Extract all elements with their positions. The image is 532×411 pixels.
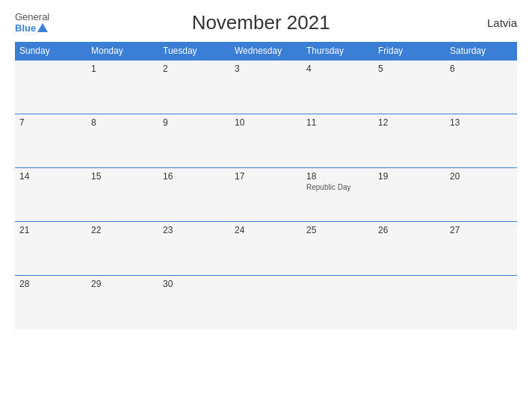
country-label: Latvia	[472, 16, 517, 29]
calendar-cell: 15	[87, 168, 158, 222]
day-number: 5	[378, 64, 441, 74]
day-number: 19	[378, 171, 441, 182]
calendar-cell: 27	[445, 222, 517, 276]
day-number: 4	[306, 64, 369, 74]
day-number: 26	[378, 225, 441, 235]
day-number: 7	[19, 117, 82, 128]
day-number: 21	[19, 225, 82, 235]
day-number: 11	[306, 117, 369, 128]
calendar-cell: 5	[374, 61, 445, 114]
calendar-cell: 13	[445, 114, 517, 168]
weekday-monday: Monday	[87, 42, 158, 61]
calendar-cell: 19	[374, 168, 445, 222]
day-number: 29	[91, 279, 154, 289]
calendar-cell: 10	[230, 114, 302, 168]
holiday-name: Republic Day	[306, 183, 369, 191]
day-number: 15	[91, 171, 154, 182]
day-number: 2	[163, 64, 226, 74]
calendar-table: Sunday Monday Tuesday Wednesday Thursday…	[15, 42, 517, 330]
calendar-cell: 20	[445, 168, 517, 222]
day-number: 22	[91, 225, 154, 235]
weekday-thursday: Thursday	[302, 42, 374, 61]
calendar-week-2: 78910111213	[15, 114, 517, 168]
weekday-friday: Friday	[374, 42, 445, 61]
day-number: 3	[235, 64, 297, 74]
logo-blue-text: Blue	[15, 22, 48, 34]
calendar-header-row: Sunday Monday Tuesday Wednesday Thursday…	[15, 42, 517, 61]
day-number: 17	[235, 171, 297, 182]
calendar-cell: 26	[374, 222, 445, 276]
calendar-cell: 16	[158, 168, 230, 222]
calendar-cell: 3	[230, 61, 302, 114]
day-number: 1	[91, 64, 154, 74]
calendar-cell: 6	[445, 61, 517, 114]
calendar-body: 123456789101112131415161718Republic Day1…	[15, 61, 517, 330]
calendar-container: General Blue November 2021 Latvia Sunday…	[0, 0, 532, 411]
day-number: 18	[306, 171, 369, 182]
logo-general-text: General	[15, 12, 49, 22]
calendar-cell: 18Republic Day	[302, 168, 374, 222]
day-number: 20	[450, 171, 513, 182]
day-number: 13	[450, 117, 513, 128]
calendar-cell: 7	[15, 114, 87, 168]
calendar-cell	[302, 276, 374, 330]
calendar-week-3: 1415161718Republic Day1920	[15, 168, 517, 222]
calendar-cell	[445, 276, 517, 330]
calendar-cell: 30	[158, 276, 230, 330]
calendar-header: General Blue November 2021 Latvia	[15, 11, 517, 34]
calendar-cell: 22	[87, 222, 158, 276]
calendar-cell: 24	[230, 222, 302, 276]
day-number: 23	[163, 225, 226, 235]
day-number: 6	[450, 64, 513, 74]
weekday-wednesday: Wednesday	[230, 42, 302, 61]
calendar-cell: 28	[15, 276, 87, 330]
weekday-sunday: Sunday	[15, 42, 87, 61]
day-number: 9	[163, 117, 226, 128]
logo: General Blue	[15, 12, 49, 34]
calendar-cell: 14	[15, 168, 87, 222]
day-number: 30	[163, 279, 226, 289]
calendar-cell: 12	[374, 114, 445, 168]
calendar-cell: 23	[158, 222, 230, 276]
calendar-cell: 1	[87, 61, 158, 114]
calendar-cell: 21	[15, 222, 87, 276]
day-number: 25	[306, 225, 369, 235]
calendar-cell: 11	[302, 114, 374, 168]
calendar-cell: 29	[87, 276, 158, 330]
day-number: 24	[235, 225, 297, 235]
calendar-cell: 4	[302, 61, 374, 114]
day-number: 10	[235, 117, 297, 128]
calendar-cell	[374, 276, 445, 330]
day-number: 8	[91, 117, 154, 128]
day-number: 14	[19, 171, 82, 182]
day-number: 27	[450, 225, 513, 235]
calendar-title: November 2021	[49, 11, 472, 34]
calendar-cell	[230, 276, 302, 330]
weekday-tuesday: Tuesday	[158, 42, 230, 61]
calendar-cell	[15, 61, 87, 114]
logo-triangle-icon	[37, 23, 48, 32]
calendar-week-4: 21222324252627	[15, 222, 517, 276]
day-number: 12	[378, 117, 441, 128]
calendar-cell: 8	[87, 114, 158, 168]
weekday-saturday: Saturday	[445, 42, 517, 61]
day-number: 28	[19, 279, 82, 289]
day-number: 16	[163, 171, 226, 182]
calendar-cell: 9	[158, 114, 230, 168]
calendar-week-1: 123456	[15, 61, 517, 114]
calendar-cell: 25	[302, 222, 374, 276]
calendar-cell: 17	[230, 168, 302, 222]
calendar-cell: 2	[158, 61, 230, 114]
calendar-week-5: 282930	[15, 276, 517, 330]
